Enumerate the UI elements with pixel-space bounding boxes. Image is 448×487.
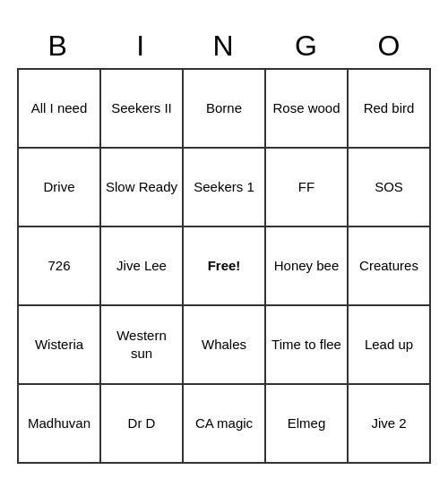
cell-r3-c1: Western sun — [100, 305, 183, 384]
header-letter-i: I — [99, 24, 182, 68]
cell-r1-c4: SOS — [348, 148, 430, 226]
cell-r1-c3: FF — [265, 148, 348, 226]
cell-r1-c1: Slow Ready — [100, 148, 183, 226]
cell-r2-c4: Creatures — [348, 226, 430, 305]
cell-r0-c2: Borne — [183, 69, 265, 148]
cell-r2-c2: Free! — [183, 226, 265, 305]
table-row: WisteriaWestern sunWhalesTime to fleeLea… — [18, 305, 430, 384]
bingo-grid: All I needSeekers IIBorneRose woodRed bi… — [17, 68, 431, 464]
cell-r0-c1: Seekers II — [100, 69, 183, 148]
cell-r3-c3: Time to flee — [265, 305, 348, 384]
cell-r4-c0: Madhuvan — [18, 384, 100, 463]
header-letter-g: G — [265, 24, 348, 68]
header-letter-b: B — [17, 24, 99, 68]
header-letter-n: N — [183, 24, 265, 68]
cell-r4-c1: Dr D — [100, 384, 183, 463]
header-letter-o: O — [349, 24, 431, 68]
table-row: DriveSlow ReadySeekers 1FFSOS — [18, 148, 430, 226]
bingo-header: BINGO — [17, 24, 431, 68]
cell-r2-c3: Honey bee — [265, 226, 348, 305]
cell-r0-c4: Red bird — [348, 69, 430, 148]
cell-r4-c4: Jive 2 — [348, 384, 430, 463]
table-row: MadhuvanDr DCA magicElmegJive 2 — [18, 384, 430, 463]
cell-r1-c2: Seekers 1 — [183, 148, 265, 226]
cell-r0-c0: All I need — [18, 69, 100, 148]
cell-r4-c3: Elmeg — [265, 384, 348, 463]
cell-r2-c0: 726 — [18, 226, 100, 305]
cell-r3-c4: Lead up — [348, 305, 430, 384]
cell-r2-c1: Jive Lee — [100, 226, 183, 305]
cell-r3-c0: Wisteria — [18, 305, 100, 384]
cell-r4-c2: CA magic — [183, 384, 265, 463]
cell-r3-c2: Whales — [183, 305, 265, 384]
cell-r1-c0: Drive — [18, 148, 100, 226]
table-row: All I needSeekers IIBorneRose woodRed bi… — [18, 69, 430, 148]
table-row: 726Jive LeeFree!Honey beeCreatures — [18, 226, 430, 305]
cell-r0-c3: Rose wood — [265, 69, 348, 148]
